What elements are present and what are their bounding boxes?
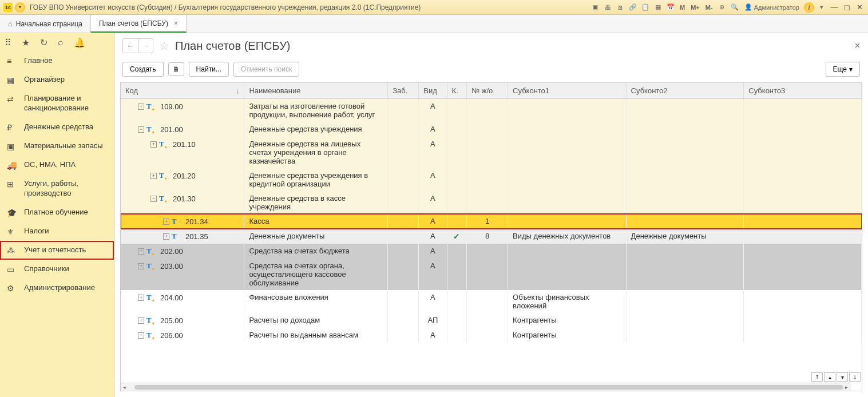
table-row[interactable]: − T 201.00Денежные средства учрежденияА bbox=[121, 122, 862, 137]
col-sub2[interactable]: Субконто2 bbox=[626, 83, 744, 99]
col-vid[interactable]: Вид bbox=[419, 83, 447, 99]
scroll-left-icon[interactable]: ◂ bbox=[121, 384, 128, 390]
expander-icon[interactable]: − bbox=[150, 196, 157, 202]
calendar-icon[interactable]: 📅 bbox=[665, 2, 676, 13]
user-badge[interactable]: 👤Администратор bbox=[742, 2, 802, 13]
cell-zab bbox=[388, 99, 419, 122]
sidebar-item[interactable]: ⁂Учет и отчетность bbox=[0, 241, 114, 260]
print-icon[interactable]: 🖶 bbox=[603, 2, 613, 13]
history-icon[interactable]: ↻ bbox=[40, 37, 47, 48]
search-icon[interactable]: ⌕ bbox=[58, 37, 64, 47]
m-minus-button[interactable]: M- bbox=[704, 2, 715, 13]
apps-icon[interactable]: ⠿ bbox=[5, 37, 11, 48]
table-row[interactable]: + T 201.35Денежные документыА✓8Виды дене… bbox=[121, 229, 862, 244]
table-row[interactable]: + T 206.00Расчеты по выданным авансамАКо… bbox=[121, 328, 862, 343]
nav-buttons: ← → bbox=[122, 38, 153, 53]
sidebar-item[interactable]: ⚙Администрирование bbox=[0, 279, 114, 297]
maximize-icon[interactable]: ◻ bbox=[842, 2, 852, 13]
document-icon[interactable]: 🗎 bbox=[615, 2, 625, 13]
info-dropdown[interactable]: ▾ bbox=[817, 2, 827, 13]
expander-icon[interactable]: − bbox=[138, 126, 144, 133]
link-icon[interactable]: 🔗 bbox=[628, 2, 638, 13]
table-row[interactable]: + T 201.34КассаА1 bbox=[121, 214, 862, 229]
minimize-icon[interactable]: — bbox=[829, 2, 839, 13]
col-sub3[interactable]: Субконто3 bbox=[744, 83, 862, 99]
sidebar-item[interactable]: ⊞Услуги, работы, производство bbox=[0, 174, 114, 203]
create-button[interactable]: Создать bbox=[122, 62, 164, 77]
table-row[interactable]: − T 201.30Денежные средства в кассе учре… bbox=[121, 191, 862, 214]
favorites-icon[interactable]: ★ bbox=[22, 37, 30, 48]
col-zho[interactable]: № ж/о bbox=[467, 83, 508, 99]
expander-icon[interactable]: + bbox=[163, 219, 169, 225]
table-row[interactable]: + T 109.00Затраты на изготовление готово… bbox=[121, 99, 862, 122]
horizontal-scrollbar[interactable]: ◂ ▸ bbox=[121, 383, 851, 391]
tab-close-icon[interactable]: × bbox=[174, 19, 178, 27]
toolbar-icon[interactable]: ▣ bbox=[590, 2, 600, 13]
clipboard-icon[interactable]: 📋 bbox=[640, 2, 651, 13]
notifications-icon[interactable]: 🔔 bbox=[74, 37, 85, 48]
sidebar-item[interactable]: ≡Главное bbox=[0, 51, 114, 70]
sidebar-item[interactable]: ▣Материальные запасы bbox=[0, 137, 114, 156]
zoom-icon[interactable]: 🔍 bbox=[730, 2, 740, 13]
sidebar-item[interactable]: 🎓Платное обучение bbox=[0, 203, 114, 222]
find-button[interactable]: Найти... bbox=[189, 62, 229, 77]
scroll-up-button[interactable]: ▴ bbox=[824, 372, 835, 382]
cell-zab bbox=[388, 259, 419, 290]
copy-button[interactable]: 🗎 bbox=[168, 62, 184, 76]
sidebar-item[interactable]: 🚚ОС, НМА, НПА bbox=[0, 156, 114, 174]
scroll-down-button[interactable]: ▾ bbox=[837, 372, 848, 382]
info-icon[interactable]: i bbox=[804, 2, 814, 13]
col-k[interactable]: К. bbox=[447, 83, 467, 99]
cell-sub3 bbox=[744, 191, 862, 214]
expander-icon[interactable]: + bbox=[138, 317, 144, 324]
titlebar: 1c ▾ ГОБУ ВПО Университет искусств (Субс… bbox=[0, 0, 868, 15]
col-sub1[interactable]: Субконто1 bbox=[508, 83, 627, 99]
sidebar-item[interactable]: ⇄Планирование и санкционирование bbox=[0, 89, 114, 118]
chevron-down-icon: ▾ bbox=[849, 65, 853, 73]
scrollbar-thumb[interactable] bbox=[134, 385, 843, 390]
close-page-icon[interactable]: × bbox=[855, 41, 860, 51]
col-code[interactable]: Код bbox=[121, 83, 244, 99]
expander-icon[interactable]: + bbox=[138, 295, 144, 301]
account-code: 201.10 bbox=[173, 140, 196, 149]
table-row[interactable]: + T 203.00Средства на счетах органа, осу… bbox=[121, 259, 862, 290]
tab-home[interactable]: ⌂ Начальная страница bbox=[0, 15, 91, 33]
close-window-icon[interactable]: ✕ bbox=[854, 2, 865, 13]
tab-chart-of-accounts[interactable]: План счетов (ЕПСБУ) × bbox=[91, 15, 187, 33]
account-name: Средства на счетах органа, осуществляюще… bbox=[244, 259, 388, 290]
sidebar-item[interactable]: ▭Справочники bbox=[0, 260, 114, 279]
table-row[interactable]: + T 201.20Денежные средства учреждения в… bbox=[121, 168, 862, 191]
sidebar-item[interactable]: ⚜Налоги bbox=[0, 222, 114, 241]
m-plus-button[interactable]: M+ bbox=[689, 2, 701, 13]
expander-icon[interactable]: + bbox=[163, 233, 169, 240]
table-row[interactable]: + T 202.00Средства на счетах бюджетаА bbox=[121, 244, 862, 259]
table-row[interactable]: + T 204.00Финансовые вложенияАОбъекты фи… bbox=[121, 290, 862, 313]
cancel-search-button[interactable]: Отменить поиск bbox=[233, 62, 299, 77]
scroll-bottom-button[interactable]: ⤓ bbox=[849, 372, 861, 382]
cell-sub2: Денежные документы bbox=[626, 229, 744, 244]
scroll-right-icon[interactable]: ▸ bbox=[843, 384, 850, 390]
table-row[interactable]: + T 201.10Денежные средства на лицевых с… bbox=[121, 137, 862, 168]
sidebar-item[interactable]: ▦Органайзер bbox=[0, 70, 114, 89]
expander-icon[interactable]: + bbox=[138, 332, 144, 339]
m-button[interactable]: M bbox=[678, 2, 687, 13]
expander-icon[interactable]: + bbox=[150, 141, 157, 148]
table-row[interactable]: + T 205.00Расчеты по доходамАПКонтрагент… bbox=[121, 313, 862, 328]
expander-icon[interactable]: + bbox=[150, 173, 157, 179]
sidebar-item[interactable]: ₽Денежные средства bbox=[0, 118, 114, 137]
more-button[interactable]: Еще▾ bbox=[826, 62, 860, 77]
col-zab[interactable]: Заб. bbox=[388, 83, 419, 99]
app-menu-dropdown[interactable]: ▾ bbox=[15, 2, 25, 13]
account-type-icon: T bbox=[172, 217, 177, 226]
expander-icon[interactable]: + bbox=[138, 248, 144, 255]
calculator-icon[interactable]: ▦ bbox=[653, 2, 663, 13]
expander-icon[interactable]: + bbox=[138, 263, 144, 269]
favorite-star-icon[interactable]: ☆ bbox=[159, 39, 169, 53]
col-name[interactable]: Наименование bbox=[244, 83, 388, 99]
expander-icon[interactable]: + bbox=[138, 104, 144, 110]
zoom-in-icon[interactable]: ⊕ bbox=[717, 2, 727, 13]
nav-back-button[interactable]: ← bbox=[123, 39, 138, 53]
scroll-top-button[interactable]: ⤒ bbox=[811, 372, 823, 382]
nav-forward-button[interactable]: → bbox=[138, 39, 153, 53]
account-type-icon: T bbox=[146, 316, 152, 325]
